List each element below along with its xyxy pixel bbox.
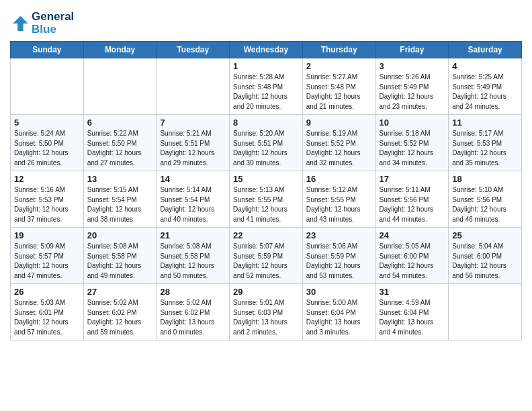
day-info: Sunrise: 5:08 AM Sunset: 5:58 PM Dayligh…: [87, 242, 153, 281]
day-info: Sunrise: 5:12 AM Sunset: 5:55 PM Dayligh…: [306, 185, 372, 224]
day-number: 11: [452, 118, 518, 128]
day-info: Sunrise: 5:07 AM Sunset: 5:59 PM Dayligh…: [233, 242, 299, 281]
day-header-tuesday: Tuesday: [157, 42, 230, 58]
day-info: Sunrise: 5:22 AM Sunset: 5:50 PM Dayligh…: [87, 129, 153, 168]
day-info: Sunrise: 5:15 AM Sunset: 5:54 PM Dayligh…: [87, 185, 153, 224]
calendar-cell: 20Sunrise: 5:08 AM Sunset: 5:58 PM Dayli…: [83, 228, 157, 284]
header: General Blue: [10, 7, 522, 36]
calendar-cell: 21Sunrise: 5:08 AM Sunset: 5:58 PM Dayli…: [157, 228, 230, 284]
calendar-cell: 7Sunrise: 5:21 AM Sunset: 5:51 PM Daylig…: [157, 115, 230, 171]
day-info: Sunrise: 5:08 AM Sunset: 5:58 PM Dayligh…: [160, 242, 226, 281]
day-number: 17: [380, 174, 445, 184]
day-number: 13: [87, 174, 153, 184]
day-info: Sunrise: 5:02 AM Sunset: 6:02 PM Dayligh…: [160, 298, 226, 337]
day-info: Sunrise: 5:00 AM Sunset: 6:04 PM Dayligh…: [306, 298, 372, 337]
day-info: Sunrise: 5:05 AM Sunset: 6:00 PM Dayligh…: [380, 242, 445, 281]
day-number: 3: [380, 61, 445, 71]
day-number: 27: [87, 287, 153, 297]
calendar-cell: [449, 284, 522, 340]
week-row-2: 5Sunrise: 5:24 AM Sunset: 5:50 PM Daylig…: [11, 115, 522, 171]
day-info: Sunrise: 5:13 AM Sunset: 5:55 PM Dayligh…: [233, 185, 299, 224]
calendar-cell: 23Sunrise: 5:06 AM Sunset: 5:59 PM Dayli…: [302, 228, 375, 284]
calendar-cell: 22Sunrise: 5:07 AM Sunset: 5:59 PM Dayli…: [230, 228, 303, 284]
calendar-cell: 16Sunrise: 5:12 AM Sunset: 5:55 PM Dayli…: [302, 171, 375, 228]
calendar-cell: 25Sunrise: 5:04 AM Sunset: 6:00 PM Dayli…: [449, 228, 522, 284]
day-number: 25: [452, 230, 518, 240]
day-number: 7: [160, 118, 226, 128]
day-header-saturday: Saturday: [449, 42, 522, 58]
logo: General Blue: [10, 11, 74, 36]
day-info: Sunrise: 4:59 AM Sunset: 6:04 PM Dayligh…: [380, 298, 445, 337]
day-number: 28: [160, 287, 226, 297]
week-row-5: 26Sunrise: 5:03 AM Sunset: 6:01 PM Dayli…: [11, 284, 522, 340]
week-row-3: 12Sunrise: 5:16 AM Sunset: 5:53 PM Dayli…: [11, 171, 522, 228]
day-number: 12: [14, 174, 80, 184]
day-number: 16: [306, 174, 372, 184]
days-header-row: SundayMondayTuesdayWednesdayThursdayFrid…: [11, 42, 522, 58]
calendar-cell: 17Sunrise: 5:11 AM Sunset: 5:56 PM Dayli…: [375, 171, 449, 228]
day-header-thursday: Thursday: [302, 42, 375, 58]
calendar-cell: 30Sunrise: 5:00 AM Sunset: 6:04 PM Dayli…: [302, 284, 375, 340]
day-info: Sunrise: 5:03 AM Sunset: 6:01 PM Dayligh…: [14, 298, 80, 337]
calendar-cell: 1Sunrise: 5:28 AM Sunset: 5:48 PM Daylig…: [230, 58, 303, 115]
day-number: 6: [87, 118, 153, 128]
day-info: Sunrise: 5:17 AM Sunset: 5:53 PM Dayligh…: [452, 129, 518, 168]
day-number: 15: [233, 174, 299, 184]
day-number: 9: [306, 118, 372, 128]
day-number: 5: [14, 118, 80, 128]
calendar-table: SundayMondayTuesdayWednesdayThursdayFrid…: [10, 41, 522, 340]
calendar-cell: 6Sunrise: 5:22 AM Sunset: 5:50 PM Daylig…: [83, 115, 157, 171]
calendar-cell: 2Sunrise: 5:27 AM Sunset: 5:48 PM Daylig…: [302, 58, 375, 115]
calendar-container: General Blue SundayMondayTuesdayWednesda…: [0, 0, 532, 351]
day-info: Sunrise: 5:27 AM Sunset: 5:48 PM Dayligh…: [306, 73, 372, 111]
calendar-cell: 18Sunrise: 5:10 AM Sunset: 5:56 PM Dayli…: [449, 171, 522, 228]
day-header-friday: Friday: [375, 42, 449, 58]
day-info: Sunrise: 5:16 AM Sunset: 5:53 PM Dayligh…: [14, 185, 80, 224]
day-number: 24: [380, 230, 445, 240]
calendar-cell: 13Sunrise: 5:15 AM Sunset: 5:54 PM Dayli…: [83, 171, 157, 228]
logo-text-blue: Blue: [32, 24, 74, 36]
day-number: 18: [452, 174, 518, 184]
day-number: 4: [452, 61, 518, 71]
day-header-sunday: Sunday: [11, 42, 84, 58]
svg-marker-1: [13, 15, 28, 30]
calendar-cell: 15Sunrise: 5:13 AM Sunset: 5:55 PM Dayli…: [230, 171, 303, 228]
day-number: 30: [306, 287, 372, 297]
day-number: 31: [380, 287, 445, 297]
week-row-1: 1Sunrise: 5:28 AM Sunset: 5:48 PM Daylig…: [11, 58, 522, 115]
calendar-cell: [157, 58, 230, 115]
day-number: 10: [380, 118, 445, 128]
calendar-cell: 26Sunrise: 5:03 AM Sunset: 6:01 PM Dayli…: [11, 284, 84, 340]
day-number: 26: [14, 287, 80, 297]
day-info: Sunrise: 5:21 AM Sunset: 5:51 PM Dayligh…: [160, 129, 226, 168]
day-header-wednesday: Wednesday: [230, 42, 303, 58]
calendar-cell: 31Sunrise: 4:59 AM Sunset: 6:04 PM Dayli…: [375, 284, 449, 340]
calendar-cell: 5Sunrise: 5:24 AM Sunset: 5:50 PM Daylig…: [11, 115, 84, 171]
calendar-cell: 10Sunrise: 5:18 AM Sunset: 5:52 PM Dayli…: [375, 115, 449, 171]
day-number: 22: [233, 230, 299, 240]
week-row-4: 19Sunrise: 5:09 AM Sunset: 5:57 PM Dayli…: [11, 228, 522, 284]
day-number: 23: [306, 230, 372, 240]
day-number: 21: [160, 230, 226, 240]
day-info: Sunrise: 5:20 AM Sunset: 5:51 PM Dayligh…: [233, 129, 299, 168]
calendar-cell: 4Sunrise: 5:25 AM Sunset: 5:49 PM Daylig…: [449, 58, 522, 115]
day-number: 1: [233, 61, 299, 71]
day-info: Sunrise: 5:25 AM Sunset: 5:49 PM Dayligh…: [452, 73, 518, 111]
day-info: Sunrise: 5:24 AM Sunset: 5:50 PM Dayligh…: [14, 129, 80, 168]
calendar-cell: 9Sunrise: 5:19 AM Sunset: 5:52 PM Daylig…: [302, 115, 375, 171]
day-info: Sunrise: 5:02 AM Sunset: 6:02 PM Dayligh…: [87, 298, 153, 337]
calendar-cell: 19Sunrise: 5:09 AM Sunset: 5:57 PM Dayli…: [11, 228, 84, 284]
calendar-cell: 27Sunrise: 5:02 AM Sunset: 6:02 PM Dayli…: [83, 284, 157, 340]
calendar-cell: [83, 58, 157, 115]
day-info: Sunrise: 5:19 AM Sunset: 5:52 PM Dayligh…: [306, 129, 372, 168]
calendar-cell: [11, 58, 84, 115]
day-number: 8: [233, 118, 299, 128]
day-info: Sunrise: 5:09 AM Sunset: 5:57 PM Dayligh…: [14, 242, 80, 281]
calendar-cell: 24Sunrise: 5:05 AM Sunset: 6:00 PM Dayli…: [375, 228, 449, 284]
logo-icon: [10, 14, 29, 33]
day-header-monday: Monday: [83, 42, 157, 58]
day-info: Sunrise: 5:28 AM Sunset: 5:48 PM Dayligh…: [233, 73, 299, 111]
day-info: Sunrise: 5:06 AM Sunset: 5:59 PM Dayligh…: [306, 242, 372, 281]
calendar-cell: 12Sunrise: 5:16 AM Sunset: 5:53 PM Dayli…: [11, 171, 84, 228]
day-number: 2: [306, 61, 372, 71]
